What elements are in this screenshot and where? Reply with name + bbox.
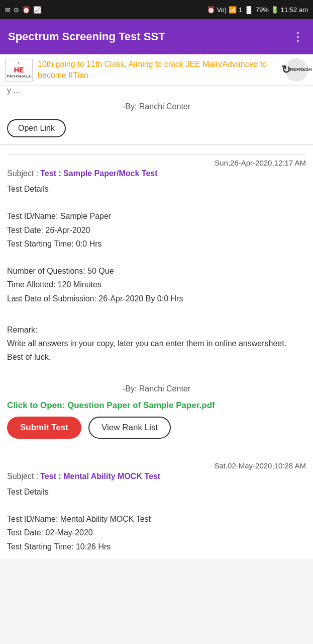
status-bar: ✉ ⊙ ⏰ 📈 ⏰ Vo) 📶 1 ▐▌ 79% 🔋 11:52 am [0,0,313,19]
submit-test-button[interactable]: Submit Test [7,417,81,439]
network-bars-icon: ▐▌ [244,6,253,14]
card1-click-to-open[interactable]: Click to Open: Question Paper of Sample … [7,400,306,411]
card1-by-line: -By: Ranchi Center [7,382,306,395]
alarm-status-icon: ⏰ [207,6,215,14]
alarm-icon: ⏰ [22,6,30,14]
card2-subject-row: Subject : Test : Mental Ability MOCK Tes… [7,472,306,481]
open-link-button[interactable]: Open Link [7,119,66,137]
view-rank-list-button[interactable]: View Rank List [88,417,171,439]
divider-bottom [7,447,306,447]
card1-last-date: Last Date of Submission: 26-Apr-2020 By … [7,292,306,305]
card1-actions: Submit Test View Rank List [7,417,306,439]
app-bar-title: Spectrum Screening Test SST [8,30,165,43]
divider-top [7,154,306,154]
timer-icon: ⊙ [14,6,19,14]
logo-he-text: HE [7,66,31,74]
scrolled-content: y ... [7,86,306,98]
banner-text: 10th going to 11th Class, Aiming to crac… [38,59,280,82]
card1-date: Sun,26-Apr-2020,12:17 AM [7,158,306,167]
card1-time-allotted: Time Allotted: 120 Minutes [7,278,306,291]
battery-icon: 🔋 [271,6,279,14]
card1-test-id: Test ID/Name: Sample Paper [7,209,306,223]
chart-icon: 📈 [33,6,41,14]
card1-subject-label: Subject : [7,169,38,178]
top-by-line: -By: Ranchi Center [7,102,306,111]
sim-icon: 1 [239,6,242,14]
card2-body: Test Details Test ID/Name: Mental Abilit… [7,485,306,553]
signal-text: Vo) [217,6,227,14]
status-right-info: ⏰ Vo) 📶 1 ▐▌ 79% 🔋 11:52 am [207,6,308,14]
logo-pathshala-text: PATHSHALA [7,74,31,79]
card1-remark-label: Remark: [7,326,37,334]
card1-subject-value: Test : Sample Paper/Mock Test [40,169,157,178]
card1-subject-row: Subject : Test : Sample Paper/Mock Test [7,169,306,178]
refresh-button[interactable]: ↻ REFRESH [285,58,308,82]
card1-body: Test Details Test ID/Name: Sample Paper … [7,182,306,395]
banner: T HE PATHSHALA 10th going to 11th Class,… [0,54,313,86]
gmail-icon: ✉ [5,6,11,14]
card2-test-start-time: Test Starting Time: 10:26 Hrs [7,540,306,553]
time-display: 11:52 am [281,6,308,14]
pathshala-logo: T HE PATHSHALA [5,59,33,82]
card1-test-start-time: Test Starting Time: 0:0 Hrs [7,237,306,251]
card-2: Sat,02-May-2020,10:28 AM Subject : Test … [0,456,313,558]
logo-t-text: T [7,61,31,66]
card1-test-date: Test Date: 26-Apr-2020 [7,223,306,237]
status-left-icons: ✉ ⊙ ⏰ 📈 [5,6,41,14]
app-bar: Spectrum Screening Test SST ⋮ [0,19,313,54]
top-partial-card: y ... -By: Ranchi Center Open Link [0,86,313,145]
card2-test-date: Test Date: 02-May-2020 [7,526,306,539]
battery-text: 79% [256,6,269,14]
card1-remark-section: Remark: Write all answers in your copy, … [7,323,306,364]
more-options-icon[interactable]: ⋮ [292,30,305,44]
card1-best-of-luck: Best of luck. [7,353,51,361]
card2-subject-label: Subject : [7,472,38,481]
card1-remark-text: Write all answers in your copy, later yo… [7,339,286,348]
card2-test-id: Test ID/Name: Mental Ability MOCK Test [7,512,306,526]
card2-test-details-label: Test Details [7,485,306,499]
refresh-label: REFRESH [290,67,312,72]
card-1: Sun,26-Apr-2020,12:17 AM Subject : Test … [0,145,313,456]
card1-num-questions: Number of Questions: 50 Que [7,264,306,278]
card2-subject-value: Test : Mental Ability MOCK Test [40,472,160,481]
card2-date: Sat,02-May-2020,10:28 AM [7,461,306,470]
refresh-icon: ↻ [281,63,290,76]
wifi-icon: 📶 [229,6,237,14]
card1-test-details-label: Test Details [7,182,306,196]
